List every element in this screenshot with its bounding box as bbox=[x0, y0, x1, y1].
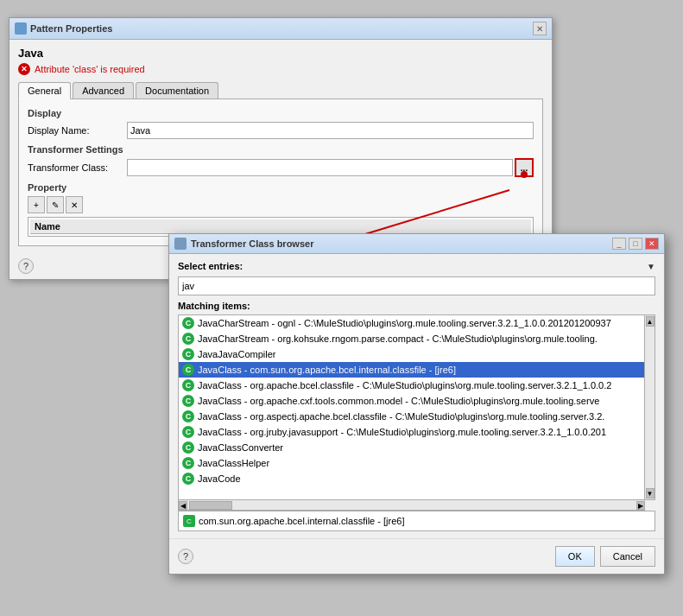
display-name-row: Display Name: bbox=[28, 122, 534, 139]
list-item-icon: C bbox=[182, 395, 194, 407]
matching-items-list[interactable]: CJavaCharStream - ognl - C:\MuleStudio\p… bbox=[178, 314, 645, 500]
display-name-label: Display Name: bbox=[28, 125, 127, 136]
list-item-icon: C bbox=[182, 410, 194, 422]
browse-error-dot bbox=[521, 171, 528, 178]
browser-close-button[interactable]: ✕ bbox=[645, 238, 659, 250]
browser-body: Select entries: ▼ Matching items: CJavaC… bbox=[169, 254, 664, 538]
list-item-icon: C bbox=[182, 457, 194, 469]
property-table-header: Name bbox=[30, 219, 531, 234]
list-item[interactable]: CJavaClass - com.sun.org.apache.bcel.int… bbox=[179, 362, 644, 378]
browser-window: Transformer Class browser _ □ ✕ Select e… bbox=[168, 233, 665, 575]
transformer-class-input[interactable] bbox=[127, 159, 513, 176]
list-item-text: JavaClass - org.apache.cxf.tools.common.… bbox=[198, 396, 599, 406]
pattern-window-icon bbox=[15, 22, 27, 35]
property-add-button[interactable]: + bbox=[28, 196, 45, 213]
browser-title-left: Transformer Class browser bbox=[174, 238, 313, 250]
preview-item-icon: C bbox=[183, 515, 195, 527]
tabs-bar: General Advanced Documentation bbox=[18, 82, 543, 98]
pattern-window-titlebar: Pattern Properties ✕ bbox=[9, 18, 552, 40]
browser-footer: ? OK Cancel bbox=[169, 538, 664, 574]
browser-maximize-button[interactable]: □ bbox=[629, 238, 642, 250]
pattern-window-title: Pattern Properties bbox=[30, 23, 112, 34]
java-label: Java bbox=[18, 47, 543, 60]
list-item-icon: C bbox=[182, 426, 194, 438]
scroll-thumb bbox=[189, 501, 232, 510]
list-item[interactable]: CJavaCode bbox=[179, 471, 644, 486]
select-entries-row: Select entries: ▼ bbox=[178, 261, 655, 271]
browser-window-buttons: _ □ ✕ bbox=[612, 238, 659, 250]
matching-items-label: Matching items: bbox=[178, 301, 655, 311]
scroll-track bbox=[645, 327, 655, 488]
transformer-class-label: Transformer Class: bbox=[28, 162, 127, 173]
browse-button[interactable]: ... bbox=[515, 158, 534, 177]
error-icon: ✕ bbox=[18, 63, 30, 75]
list-item[interactable]: CJavaClass - org.apache.bcel.classfile -… bbox=[179, 378, 644, 393]
tab-documentation[interactable]: Documentation bbox=[136, 82, 218, 98]
display-name-input[interactable] bbox=[127, 122, 534, 139]
list-item-text: JavaClass - org.jruby.javasupport - C:\M… bbox=[198, 427, 606, 437]
list-item-text: JavaClassHelper bbox=[198, 458, 269, 468]
list-item-icon: C bbox=[182, 333, 194, 345]
browser-help-button[interactable]: ? bbox=[178, 549, 193, 564]
pattern-help-button[interactable]: ? bbox=[18, 258, 34, 274]
selected-item-preview: C com.sun.org.apache.bcel.internal.class… bbox=[178, 511, 655, 531]
scroll-right-button[interactable]: ▶ bbox=[636, 501, 645, 510]
list-item-text: JavaCode bbox=[198, 473, 241, 484]
transformer-class-row: Transformer Class: ... bbox=[28, 158, 534, 177]
browser-window-icon bbox=[174, 238, 187, 250]
property-section-header: Property bbox=[28, 182, 534, 193]
tab-content-general: Display Display Name: Transformer Settin… bbox=[18, 98, 543, 246]
property-delete-button[interactable]: ✕ bbox=[66, 196, 83, 213]
error-text: Attribute 'class' is required bbox=[35, 64, 145, 74]
list-container: CJavaCharStream - ognl - C:\MuleStudio\p… bbox=[178, 314, 655, 500]
browser-titlebar: Transformer Class browser _ □ ✕ bbox=[169, 234, 664, 254]
vertical-scrollbar[interactable]: ▲ ▼ bbox=[645, 314, 655, 500]
preview-item-text: com.sun.org.apache.bcel.internal.classfi… bbox=[199, 516, 404, 526]
scroll-up-button[interactable]: ▲ bbox=[646, 316, 655, 327]
select-entries-dropdown[interactable]: ▼ bbox=[647, 262, 655, 271]
tab-general[interactable]: General bbox=[18, 82, 71, 99]
list-item-text: JavaClass - org.apache.bcel.classfile - … bbox=[198, 380, 611, 391]
property-edit-button[interactable]: ✎ bbox=[47, 196, 64, 213]
list-item-icon: C bbox=[182, 441, 194, 454]
list-item-icon: C bbox=[182, 317, 194, 329]
property-section: Property + ✎ ✕ Name bbox=[28, 182, 534, 237]
list-item-text: JavaClass - com.sun.org.apache.bcel.inte… bbox=[198, 365, 456, 375]
scroll-down-button[interactable]: ▼ bbox=[646, 488, 655, 499]
browser-footer-buttons: OK Cancel bbox=[555, 546, 655, 567]
list-item-text: JavaClassConverter bbox=[198, 442, 283, 453]
scroll-left-button[interactable]: ◀ bbox=[179, 501, 187, 510]
ok-button[interactable]: OK bbox=[555, 546, 595, 567]
list-item-icon: C bbox=[182, 364, 194, 376]
list-item-text: JavaJavaCompiler bbox=[198, 349, 275, 359]
list-item-icon: C bbox=[182, 473, 194, 485]
list-item-icon: C bbox=[182, 379, 194, 391]
browser-window-title: Transformer Class browser bbox=[191, 238, 313, 249]
list-item-text: JavaCharStream - org.kohsuke.rngom.parse… bbox=[198, 333, 598, 344]
list-item[interactable]: CJavaClass - org.jruby.javasupport - C:\… bbox=[179, 424, 644, 440]
cancel-button[interactable]: Cancel bbox=[600, 546, 655, 567]
tab-advanced[interactable]: Advanced bbox=[73, 82, 134, 98]
horizontal-scrollbar[interactable]: ◀ ▶ bbox=[178, 500, 645, 511]
list-item[interactable]: CJavaCharStream - ognl - C:\MuleStudio\p… bbox=[179, 315, 644, 331]
list-item-text: JavaClass - org.aspectj.apache.bcel.clas… bbox=[198, 411, 604, 422]
display-section-header: Display bbox=[28, 108, 534, 118]
list-item[interactable]: CJavaClassConverter bbox=[179, 440, 644, 455]
browser-minimize-button[interactable]: _ bbox=[612, 238, 626, 250]
error-line: ✕ Attribute 'class' is required bbox=[18, 63, 543, 75]
list-item[interactable]: CJavaClassHelper bbox=[179, 455, 644, 471]
list-item[interactable]: CJavaClass - org.apache.cxf.tools.common… bbox=[179, 393, 644, 409]
transformer-section-header: Transformer Settings bbox=[28, 144, 534, 155]
list-item-icon: C bbox=[182, 348, 194, 360]
list-item[interactable]: CJavaCharStream - org.kohsuke.rngom.pars… bbox=[179, 331, 644, 346]
pattern-window-close-button[interactable]: ✕ bbox=[533, 22, 547, 35]
pattern-window-content: Java ✕ Attribute 'class' is required Gen… bbox=[9, 40, 552, 253]
search-input[interactable] bbox=[178, 276, 655, 295]
select-entries-label: Select entries: bbox=[178, 261, 243, 271]
list-item-text: JavaCharStream - ognl - C:\MuleStudio\pl… bbox=[198, 318, 611, 328]
list-item[interactable]: CJavaJavaCompiler bbox=[179, 346, 644, 362]
property-toolbar: + ✎ ✕ bbox=[28, 196, 534, 213]
list-item[interactable]: CJavaClass - org.aspectj.apache.bcel.cla… bbox=[179, 409, 644, 424]
